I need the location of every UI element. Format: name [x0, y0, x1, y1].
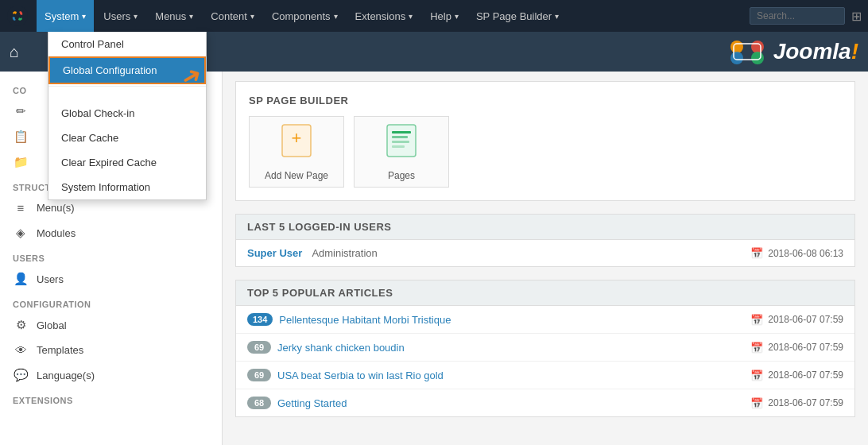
svg-rect-9: [392, 131, 411, 134]
cal-icon-1: 📅: [750, 314, 763, 326]
sidebar-item-languages[interactable]: 💬 Language(s): [0, 362, 222, 388]
sp-tile-pages[interactable]: Pages: [354, 116, 449, 188]
dropdown-divider: [48, 86, 206, 99]
sp-builder-title: SP PAGE BUILDER: [249, 95, 842, 106]
dropdown-clear-expired-cache[interactable]: Clear Expired Cache: [48, 150, 206, 175]
sidebar-item-users-label: Users: [37, 273, 64, 285]
user-icon: 👤: [13, 272, 29, 286]
dropdown-clear-cache[interactable]: Clear Cache: [48, 126, 206, 150]
system-dropdown: Control Panel Global Configuration Globa…: [48, 32, 207, 200]
sidebar-item-templates[interactable]: 👁 Templates: [0, 338, 222, 362]
user-timestamp-value: 2018-06-08 06:13: [768, 248, 843, 259]
sidebar-item-menus-label: Menu(s): [37, 202, 75, 214]
article-row-4: 68 Getting Started 📅 2018-06-07 07:59: [236, 389, 854, 416]
grid-icon[interactable]: ⊞: [851, 9, 862, 24]
svg-point-4: [751, 52, 764, 64]
sidebar-item-global-label: Global: [37, 319, 67, 331]
user-role: Administration: [312, 247, 377, 259]
article-timestamp-3: 📅 2018-06-07 07:59: [750, 370, 843, 381]
article-ts-val-4: 2018-06-07 07:59: [768, 397, 843, 408]
cal-icon-3: 📅: [750, 370, 763, 381]
cal-icon-2: 📅: [750, 342, 763, 354]
dropdown-system-information[interactable]: System Information: [48, 175, 206, 199]
extensions-dropdown-arrow: ▾: [409, 12, 413, 21]
menus-dropdown-arrow: ▾: [189, 12, 193, 21]
sidebar-item-global[interactable]: ⚙ Global: [0, 312, 222, 338]
sp-builder-section: SP PAGE BUILDER + Add New Page: [235, 81, 855, 201]
article-badge-3: 69: [247, 369, 271, 381]
dropdown-control-panel[interactable]: Control Panel: [48, 32, 206, 56]
user-timestamp: 📅 2018-06-08 06:13: [750, 247, 843, 259]
system-dropdown-arrow: ▾: [82, 12, 86, 21]
article-badge-2: 69: [247, 341, 271, 354]
right-section: ⊞: [750, 7, 862, 25]
svg-point-3: [730, 52, 743, 64]
joomla-brand: Joomla!: [727, 37, 858, 66]
sp-tile-add-page[interactable]: + Add New Page: [249, 116, 344, 188]
menu-icon: ≡: [13, 201, 29, 215]
sidebar-section-users: USERS: [0, 246, 222, 266]
logged-in-users-header: LAST 5 LOGGED-IN USERS: [236, 215, 854, 240]
add-page-icon: +: [281, 123, 312, 165]
nav-item-help[interactable]: Help ▾: [422, 0, 467, 32]
svg-rect-10: [392, 136, 408, 138]
edit-icon: ✏: [13, 104, 29, 118]
article-badge-1: 134: [247, 313, 273, 326]
article-link-4[interactable]: Getting Started: [277, 397, 347, 409]
users-dropdown-arrow: ▾: [134, 12, 138, 21]
sidebar-item-modules-label: Modules: [37, 227, 76, 239]
components-dropdown-arrow: ▾: [334, 12, 338, 21]
article-row-3: 69 USA beat Serbia to win last Rio gold …: [236, 362, 854, 389]
modules-icon: ◈: [13, 226, 29, 240]
clipboard-icon: 📋: [13, 130, 29, 144]
svg-rect-11: [392, 141, 409, 143]
nav-item-menus[interactable]: Menus ▾: [147, 0, 201, 32]
nav-items: System ▾ Users ▾ Menus ▾ Content ▾ Compo…: [37, 0, 750, 32]
pages-label: Pages: [388, 170, 415, 181]
sidebar-section-configuration: CONFIGURATION: [0, 292, 222, 312]
sidebar-item-users[interactable]: 👤 Users: [0, 266, 222, 292]
sidebar-item-templates-label: Templates: [37, 344, 83, 356]
article-link-3[interactable]: USA beat Serbia to win last Rio gold: [277, 370, 444, 381]
svg-point-1: [730, 41, 743, 53]
spbuilder-dropdown-arrow: ▾: [555, 12, 559, 21]
content-dropdown-arrow: ▾: [250, 12, 254, 21]
svg-rect-12: [392, 145, 405, 148]
nav-item-system[interactable]: System ▾: [37, 0, 94, 32]
help-dropdown-arrow: ▾: [455, 12, 459, 21]
dropdown-global-checkin[interactable]: Global Check-in: [48, 101, 206, 126]
article-row-1: 134 Pellentesque Habitant Morbi Tristiqu…: [236, 306, 854, 334]
svg-point-0: [7, 6, 28, 26]
svg-text:+: +: [292, 128, 302, 148]
article-ts-val-1: 2018-06-07 07:59: [768, 314, 843, 325]
svg-point-2: [751, 41, 764, 53]
nav-item-sp-page-builder[interactable]: SP Page Builder ▾: [468, 0, 567, 32]
article-ts-val-2: 2018-06-07 07:59: [768, 342, 843, 353]
nav-item-components[interactable]: Components ▾: [264, 0, 346, 32]
search-input[interactable]: [750, 7, 845, 25]
sp-tiles: + Add New Page: [249, 116, 842, 188]
sidebar-item-languages-label: Language(s): [37, 370, 95, 381]
eye-icon: 👁: [13, 343, 29, 357]
nav-item-content[interactable]: Content ▾: [203, 0, 262, 32]
gear-icon: ⚙: [13, 318, 29, 332]
article-link-1[interactable]: Pellentesque Habitant Morbi Tristique: [279, 314, 451, 326]
article-timestamp-2: 📅 2018-06-07 07:59: [750, 342, 843, 354]
nav-item-users[interactable]: Users ▾: [95, 0, 145, 32]
article-timestamp-1: 📅 2018-06-07 07:59: [750, 314, 843, 326]
popular-articles-section: TOP 5 POPULAR ARTICLES 134 Pellentesque …: [235, 280, 855, 417]
sidebar-item-modules[interactable]: ◈ Modules: [0, 220, 222, 246]
article-ts-val-3: 2018-06-07 07:59: [768, 370, 843, 381]
user-super-link[interactable]: Super User: [247, 247, 302, 259]
home-icon[interactable]: ⌂: [10, 43, 19, 61]
joomla-brand-text: Joomla!: [773, 39, 858, 64]
article-row-2: 69 Jerky shank chicken boudin 📅 2018-06-…: [236, 334, 854, 362]
calendar-icon: 📅: [750, 247, 763, 259]
language-icon: 💬: [13, 368, 29, 382]
joomla-icon[interactable]: [6, 5, 29, 27]
nav-item-extensions[interactable]: Extensions ▾: [347, 0, 421, 32]
main-content: SP PAGE BUILDER + Add New Page: [223, 72, 868, 445]
article-link-2[interactable]: Jerky shank chicken boudin: [277, 342, 405, 354]
logged-in-user-row: Super User Administration 📅 2018-06-08 0…: [236, 240, 854, 266]
folder-icon: 📁: [13, 155, 29, 169]
